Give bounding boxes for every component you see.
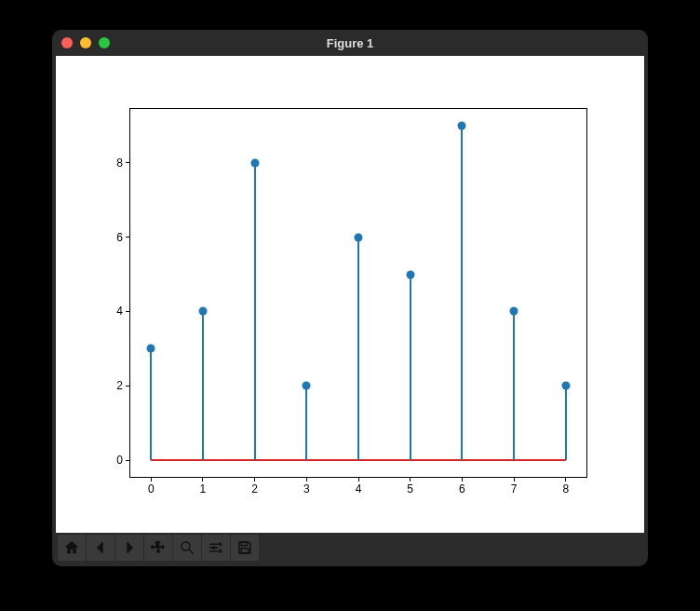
stem-line — [410, 275, 411, 460]
y-tick-label: 4 — [116, 305, 123, 318]
stem-marker — [147, 345, 155, 353]
matplotlib-toolbar — [56, 533, 644, 563]
window-title: Figure 1 — [327, 36, 374, 50]
minimize-icon[interactable] — [80, 37, 91, 48]
figure-canvas: 01234567802468 — [56, 56, 644, 533]
home-icon[interactable] — [58, 535, 86, 561]
svg-rect-9 — [241, 549, 249, 553]
stem-marker — [355, 233, 363, 241]
close-icon[interactable] — [61, 37, 73, 48]
x-tick-label: 8 — [562, 482, 569, 496]
y-tick-label: 2 — [116, 379, 123, 392]
stem-marker — [510, 307, 518, 316]
save-icon[interactable] — [231, 535, 259, 561]
x-tick-label: 0 — [148, 482, 155, 496]
pan-icon[interactable] — [144, 535, 172, 561]
window-controls — [61, 37, 110, 48]
svg-line-1 — [189, 550, 194, 554]
stem-marker — [458, 121, 466, 129]
svg-point-0 — [182, 542, 190, 550]
back-icon[interactable] — [87, 535, 114, 561]
stem-line — [254, 163, 256, 460]
svg-point-7 — [219, 550, 222, 552]
stem-line — [513, 311, 515, 460]
titlebar: Figure 1 — [52, 30, 648, 56]
y-tick-label: 6 — [116, 231, 123, 244]
stem-marker — [198, 307, 207, 316]
x-tick-label: 6 — [459, 482, 465, 496]
svg-rect-8 — [241, 542, 247, 546]
stem-line — [565, 386, 567, 460]
axes: 01234567802468 — [129, 108, 587, 478]
x-tick-label: 1 — [200, 482, 207, 496]
y-tick-label: 0 — [116, 454, 123, 467]
stem-marker — [250, 158, 259, 167]
stem-marker — [303, 382, 311, 390]
stem-line — [150, 348, 152, 460]
subplots-icon[interactable] — [202, 535, 230, 561]
x-tick-label: 2 — [251, 482, 258, 496]
svg-point-3 — [219, 543, 222, 546]
forward-icon[interactable] — [115, 535, 143, 561]
x-tick-label: 7 — [511, 482, 518, 496]
y-tick-label: 8 — [116, 156, 123, 170]
x-tick-label: 4 — [356, 482, 362, 496]
stem-marker — [561, 382, 570, 390]
stem-line — [305, 386, 307, 460]
stem-line — [461, 126, 463, 460]
stem-line — [357, 238, 359, 460]
svg-point-5 — [212, 547, 215, 550]
stem-marker — [406, 270, 414, 278]
x-tick-label: 5 — [407, 482, 413, 496]
zoom-window-icon[interactable] — [99, 37, 110, 48]
figure-window: Figure 1 01234567802468 — [52, 30, 648, 566]
stem-line — [202, 311, 204, 460]
zoom-icon[interactable] — [173, 535, 201, 561]
x-tick-label: 3 — [303, 482, 310, 496]
